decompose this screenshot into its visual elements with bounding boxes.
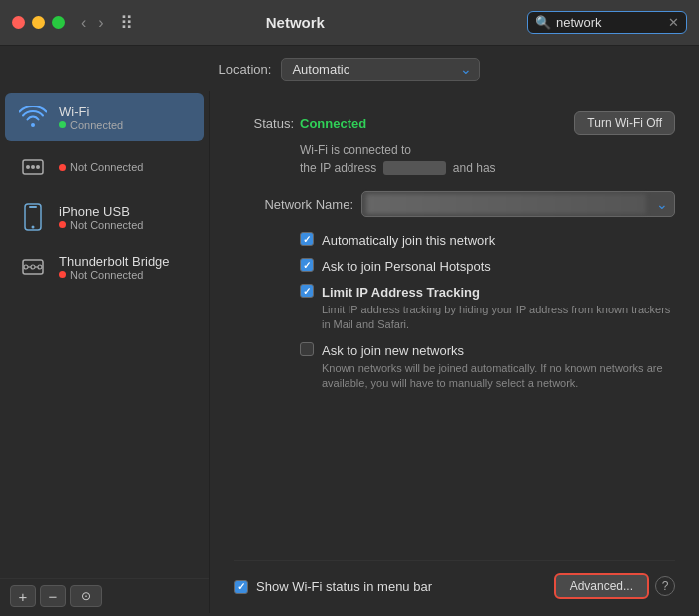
show-wifi-label: Show Wi-Fi status in menu bar	[256, 579, 432, 594]
advanced-button[interactable]: Advanced...	[554, 573, 649, 599]
thunderbolt-text: Thunderbolt Bridge Not Connected	[59, 254, 170, 281]
generic-text: Not Connected	[59, 161, 143, 173]
search-box: 🔍 ✕	[527, 11, 687, 34]
checkmark-icon-3: ✓	[303, 286, 311, 297]
status-value: Connected	[300, 116, 366, 131]
limit-tracking-checkbox[interactable]: ✓	[300, 284, 314, 298]
network-name-dropdown-arrow: ⌄	[650, 196, 674, 212]
sidebar-item-generic[interactable]: Not Connected	[5, 143, 204, 191]
status-label: Status:	[234, 116, 294, 131]
svg-rect-7	[23, 260, 43, 274]
sidebar-item-thunderbolt[interactable]: Thunderbolt Bridge Not Connected	[5, 243, 204, 291]
thunderbolt-icon	[17, 251, 49, 283]
thunderbolt-status-dot	[59, 271, 66, 278]
sidebar-controls: + − ⊙	[0, 578, 209, 613]
limit-tracking-sublabel: Limit IP address tracking by hiding your…	[322, 303, 675, 333]
location-bar: Location: Automatic	[0, 46, 699, 91]
location-label: Location:	[219, 62, 272, 77]
generic-status: Not Connected	[59, 161, 143, 173]
limit-tracking-label-group: Limit IP Address Tracking Limit IP addre…	[322, 283, 675, 333]
close-button[interactable]	[12, 16, 25, 29]
window-title: Network	[63, 14, 527, 31]
personal-hotspot-label: Ask to join Personal Hotspots	[322, 259, 491, 274]
generic-status-dot	[59, 164, 66, 171]
status-desc-text: Wi-Fi is connected tothe IP address and …	[300, 143, 496, 175]
checkmark-icon-2: ✓	[303, 260, 311, 271]
svg-point-10	[38, 265, 42, 269]
limit-tracking-label: Limit IP Address Tracking	[322, 285, 480, 300]
wifi-status-text: Connected	[70, 119, 123, 131]
remove-network-button[interactable]: −	[40, 585, 66, 607]
iphone-usb-status-dot	[59, 221, 66, 228]
checkmark-icon: ✓	[303, 234, 311, 245]
traffic-lights	[12, 16, 65, 29]
svg-point-1	[26, 165, 30, 169]
personal-hotspot-label-group: Ask to join Personal Hotspots	[322, 257, 491, 275]
iphone-usb-status-text: Not Connected	[70, 219, 143, 231]
help-button[interactable]: ?	[655, 576, 675, 596]
status-description: Wi-Fi is connected tothe IP address and …	[300, 141, 675, 177]
checkmark-icon-4: ✓	[237, 581, 245, 592]
checkbox-personal-hotspot: ✓ Ask to join Personal Hotspots	[300, 257, 675, 275]
show-wifi-row: ✓ Show Wi-Fi status in menu bar	[234, 579, 554, 594]
show-wifi-checkbox[interactable]: ✓	[234, 580, 248, 594]
wifi-icon	[17, 101, 49, 133]
svg-point-3	[36, 165, 40, 169]
title-bar: ‹ › ⠿ Network 🔍 ✕	[0, 0, 699, 46]
location-select[interactable]: Automatic	[281, 58, 480, 81]
detail-panel: Status: Connected Turn Wi-Fi Off Wi-Fi i…	[210, 91, 699, 613]
auto-join-label: Automatically join this network	[322, 233, 495, 248]
wifi-status-dot	[59, 121, 66, 128]
iphone-usb-name: iPhone USB	[59, 204, 143, 219]
thunderbolt-status-text: Not Connected	[70, 269, 143, 281]
checkbox-auto-join: ✓ Automatically join this network	[300, 231, 675, 249]
iphone-usb-status: Not Connected	[59, 219, 143, 231]
join-new-checkbox[interactable]	[300, 342, 314, 356]
svg-point-8	[24, 265, 28, 269]
location-select-wrapper[interactable]: Automatic	[281, 58, 480, 81]
auto-join-label-group: Automatically join this network	[322, 231, 495, 249]
minimize-button[interactable]	[32, 16, 45, 29]
auto-join-checkbox[interactable]: ✓	[300, 232, 314, 246]
add-network-button[interactable]: +	[10, 585, 36, 607]
thunderbolt-name: Thunderbolt Bridge	[59, 254, 170, 269]
search-icon: 🔍	[535, 15, 551, 30]
generic-icon	[17, 151, 49, 183]
sidebar: Wi-Fi Connected	[0, 91, 210, 613]
generic-status-text: Not Connected	[70, 161, 143, 173]
svg-point-2	[31, 165, 35, 169]
network-name-select[interactable]: ⌄	[361, 191, 675, 217]
sidebar-item-wifi[interactable]: Wi-Fi Connected	[5, 93, 204, 141]
status-row: Status: Connected Turn Wi-Fi Off	[234, 111, 675, 135]
checkbox-join-new: Ask to join new networks Known networks …	[300, 341, 675, 392]
search-input[interactable]	[556, 15, 664, 30]
personal-hotspot-checkbox[interactable]: ✓	[300, 258, 314, 272]
wifi-status: Connected	[59, 119, 123, 131]
network-name-row: Network Name: ⌄	[234, 191, 675, 217]
svg-rect-5	[29, 206, 37, 208]
bottom-bar: ✓ Show Wi-Fi status in menu bar Advanced…	[234, 560, 675, 599]
wifi-text: Wi-Fi Connected	[59, 104, 123, 131]
search-clear-icon[interactable]: ✕	[668, 15, 679, 30]
more-options-button[interactable]: ⊙	[70, 585, 102, 607]
join-new-label-group: Ask to join new networks Known networks …	[322, 341, 675, 392]
network-name-label: Network Name:	[234, 197, 353, 212]
checkbox-section: ✓ Automatically join this network ✓ Ask …	[300, 231, 675, 392]
sidebar-list: Wi-Fi Connected	[0, 91, 209, 578]
join-new-sublabel: Known networks will be joined automatica…	[322, 361, 675, 392]
svg-point-6	[32, 226, 35, 229]
iphone-usb-icon	[17, 201, 49, 233]
turn-wifi-button[interactable]: Turn Wi-Fi Off	[574, 111, 675, 135]
join-new-label: Ask to join new networks	[322, 343, 464, 358]
main-content: Wi-Fi Connected	[0, 91, 699, 613]
sidebar-item-iphone-usb[interactable]: iPhone USB Not Connected	[5, 193, 204, 241]
wifi-name: Wi-Fi	[59, 104, 123, 119]
checkbox-limit-tracking: ✓ Limit IP Address Tracking Limit IP add…	[300, 283, 675, 333]
svg-point-9	[31, 265, 35, 269]
thunderbolt-status: Not Connected	[59, 269, 170, 281]
iphone-usb-text: iPhone USB Not Connected	[59, 204, 143, 231]
